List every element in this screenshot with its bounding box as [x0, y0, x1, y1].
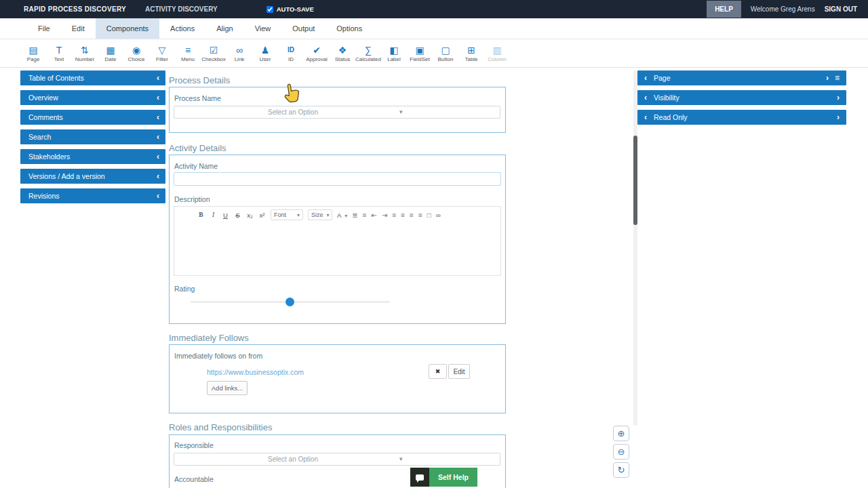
reset-view-button[interactable]: ↻ — [613, 462, 629, 478]
chevron-right-icon[interactable]: › — [837, 113, 840, 121]
toolbar-item-table[interactable]: ⊞ Table — [458, 45, 484, 62]
toolbar-item-fieldset[interactable]: ▣ FieldSet — [407, 45, 433, 62]
toolbar-item-user[interactable]: ♟ User — [252, 45, 278, 62]
numbered-list-icon[interactable]: ≣ — [351, 211, 359, 219]
toolbar-item-approval[interactable]: ✔ Approval — [304, 45, 330, 62]
toolbar-item-menu[interactable]: ≡ Menu — [175, 45, 201, 62]
toolbar-item-filter[interactable]: ▽ Filter — [149, 45, 175, 62]
follows-link[interactable]: https://www.businessoptix.com — [207, 368, 304, 376]
menu-options[interactable]: Options — [326, 18, 373, 39]
add-links-button[interactable]: Add links... — [207, 381, 248, 395]
rating-slider-thumb[interactable] — [285, 298, 294, 306]
toolbar-item-calculated[interactable]: ∑ Calculated — [355, 45, 381, 62]
menu-icon: ≡ — [185, 45, 191, 56]
close-icon: ✖ — [435, 368, 441, 375]
menu-edit[interactable]: Edit — [61, 18, 96, 39]
zoom-in-icon: ⊕ — [618, 428, 625, 439]
process-details-title: Process Details — [169, 75, 230, 85]
signout-button[interactable]: SIGN OUT — [825, 5, 857, 13]
indent-icon[interactable]: ⇥ — [380, 211, 389, 219]
underline-button[interactable]: U — [220, 211, 231, 220]
activity-name-input[interactable] — [174, 172, 501, 186]
accountable-label: Accountable — [174, 475, 214, 483]
zoom-out-button[interactable]: ⊖ — [613, 444, 629, 460]
size-select[interactable]: Size ▾ — [308, 209, 332, 220]
chevron-right-icon[interactable]: › — [837, 94, 840, 102]
remove-link-button[interactable]: ✖ — [429, 364, 447, 379]
process-name-label: Process Name — [174, 94, 221, 102]
description-editor[interactable]: B I U S x₂ x² Font ▾ Size ▾ A▾ ≣ ≡ ⇤ ⇥ ≡… — [174, 206, 501, 276]
self-help-button[interactable]: Self Help — [410, 468, 477, 487]
toolbar-item-checkbox[interactable]: ☑ Checkbox — [201, 45, 226, 62]
menu-file[interactable]: File — [27, 18, 61, 39]
menu-view[interactable]: View — [244, 18, 282, 39]
toolbar-item-label[interactable]: ◧ Label — [381, 45, 407, 62]
align-justify-icon[interactable]: ≡ — [417, 211, 424, 219]
sidebar-item-overview[interactable]: Overview ‹ — [20, 90, 165, 105]
strikethrough-button[interactable]: S — [233, 211, 243, 220]
paste-icon[interactable]: □ — [426, 211, 433, 219]
italic-button[interactable]: I — [208, 211, 218, 219]
scrollbar-track[interactable] — [633, 70, 637, 426]
align-center-icon[interactable]: ≡ — [399, 211, 406, 219]
toolbar-item-link[interactable]: ∞ Link — [226, 45, 252, 62]
align-right-icon[interactable]: ≡ — [408, 211, 415, 219]
link-icon: ∞ — [236, 45, 243, 56]
align-left-icon[interactable]: ≡ — [391, 211, 397, 219]
process-name-select[interactable]: Select an Option ▾ — [174, 106, 500, 119]
calculated-icon: ∑ — [365, 45, 372, 56]
menu-output[interactable]: Output — [281, 18, 326, 39]
chevron-left-icon: ‹ — [644, 113, 647, 121]
chevron-right-icon[interactable]: › — [826, 74, 829, 82]
scrollbar-thumb[interactable] — [633, 136, 637, 225]
outdent-icon[interactable]: ⇤ — [370, 211, 378, 219]
toolbar-item-page[interactable]: ▤ Page — [20, 45, 46, 62]
help-button[interactable]: HELP — [707, 1, 741, 18]
subscript-button[interactable]: x₂ — [245, 211, 255, 220]
menu-actions[interactable]: Actions — [159, 18, 205, 39]
date-icon: ▦ — [106, 45, 115, 56]
panel-item-read-only[interactable]: ‹ Read Only › — [637, 110, 846, 125]
toolbar-item-date[interactable]: ▦ Date — [98, 45, 123, 62]
sidebar-item-search[interactable]: Search ‹ — [20, 129, 165, 144]
toolbar-item-number[interactable]: ⇅ Number — [72, 45, 98, 62]
menu-align[interactable]: Align — [205, 18, 243, 39]
menu-components[interactable]: Components — [96, 18, 159, 39]
caret-down-icon: ▾ — [344, 213, 347, 219]
sidebar-item-table-of-contents[interactable]: Table of Contents ‹ — [20, 70, 165, 85]
autosave-toggle[interactable]: AUTO-SAVE — [267, 5, 314, 13]
sidebar-item-versions[interactable]: Versions / Add a version ‹ — [20, 169, 165, 184]
sidebar-item-comments[interactable]: Comments ‹ — [20, 110, 165, 125]
sidebar-item-revisions[interactable]: Revisions ‹ — [20, 188, 165, 203]
panel-item-visibility[interactable]: ‹ Visibility › — [637, 90, 846, 105]
panel-item-page[interactable]: ‹ Page › ≡ — [637, 70, 846, 85]
description-textarea[interactable] — [174, 223, 500, 276]
rte-link-icon[interactable]: ∞ — [435, 211, 442, 219]
font-select[interactable]: Font ▾ — [271, 209, 303, 220]
left-sidebar: Table of Contents ‹ Overview ‹ Comments … — [20, 70, 165, 208]
toolbar-item-text[interactable]: T Text — [46, 45, 72, 62]
edit-link-button[interactable]: Edit — [448, 364, 470, 379]
toolbar-item-status[interactable]: ❖ Status — [330, 45, 355, 62]
hamburger-icon[interactable]: ≡ — [835, 74, 840, 82]
toolbar-item-id[interactable]: ID ID — [278, 45, 304, 62]
toolbar-item-choice[interactable]: ◉ Choice — [123, 45, 149, 62]
text-color-button[interactable]: A▾ — [336, 211, 349, 220]
responsible-select[interactable]: Select an Option ▾ — [174, 453, 500, 466]
bullet-list-icon[interactable]: ≡ — [361, 211, 368, 219]
bold-button[interactable]: B — [196, 211, 206, 219]
checkbox-icon: ☑ — [210, 45, 218, 56]
chevron-left-icon: ‹ — [157, 133, 159, 141]
topbar: RAPID PROCESS DISCOVERY ACTIVITY DISCOVE… — [0, 0, 868, 18]
sidebar-item-stakeholders[interactable]: Stakeholders ‹ — [20, 149, 165, 164]
chevron-left-icon: ‹ — [157, 152, 159, 161]
caret-down-icon: ▾ — [297, 212, 300, 218]
toolbar-item-column[interactable]: ▥ Column — [484, 45, 510, 62]
chevron-left-icon: ‹ — [644, 74, 647, 82]
autosave-checkbox[interactable] — [267, 6, 273, 13]
zoom-in-button[interactable]: ⊕ — [613, 426, 629, 441]
superscript-button[interactable]: x² — [257, 211, 267, 220]
approval-icon: ✔ — [313, 45, 321, 56]
toolbar-item-button[interactable]: ▢ Button — [433, 45, 458, 62]
topnav-activity-discovery[interactable]: ACTIVITY DISCOVERY — [145, 5, 218, 13]
